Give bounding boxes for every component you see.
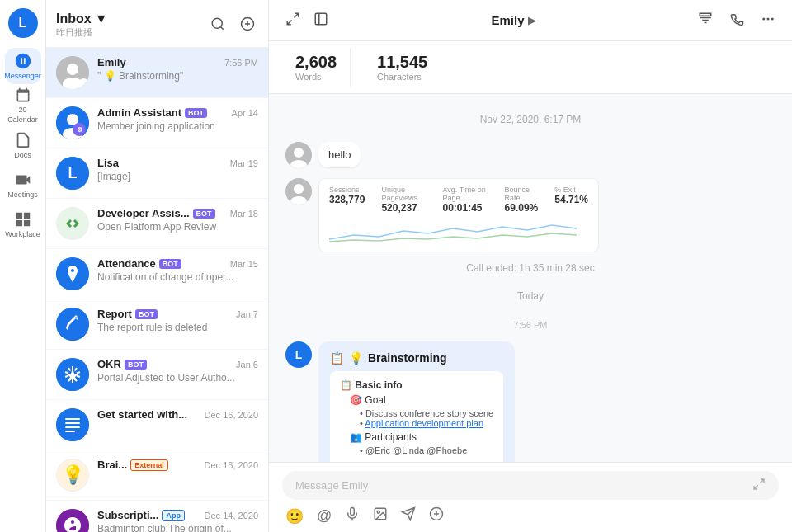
conv-item-attendance[interactable]: Attendance BOT Mar 15 Notification of ch… [46,249,268,299]
conv-item-subscriptions[interactable]: Subscripti... App Dec 14, 2020 Badminton… [46,501,268,532]
get-started-time: Dec 16, 2020 [205,410,258,420]
chat-header: Emily ▶ [269,0,792,41]
sidebar-item-docs[interactable]: Docs [5,127,41,163]
more-options-button[interactable] [757,8,779,32]
message-analytics: Sessions 328,779 Unique Pageviews 520,23… [285,178,776,252]
chat-messages: Nov 22, 2020, 6:17 PM hello Sessions 328… [269,94,792,462]
conv-item-lisa[interactable]: L Lisa Mar 19 [Image] [46,148,268,199]
chat-header-left [282,8,332,32]
send-button[interactable] [401,506,416,525]
emily-time: 7:56 PM [224,58,258,68]
goal-item-1: • Discuss conference story scene [360,408,493,418]
search-msg-button[interactable] [695,8,716,32]
sidebar-item-messenger[interactable]: Messenger [5,48,41,84]
brainstorm-basic-info: 📋 Basic info 🎯 Goal • Discuss conference… [340,379,493,455]
metric-sessions: Sessions 328,779 [329,186,365,214]
conv-avatar-brainstorming: 💡 [56,459,89,492]
sidebar-item-calendar[interactable]: 20 Calendar [5,87,41,124]
add-button[interactable] [429,506,444,525]
svg-point-37 [294,148,304,158]
contact-dropdown-icon[interactable]: ▶ [528,15,535,26]
subscriptions-app-badge: App [162,510,185,521]
developer-name: Developer Assis... BOT [97,207,215,219]
report-time: Jan 7 [236,309,258,319]
svg-point-5 [67,64,78,75]
brainstorm-card: 📋 💡 Brainstorming 📋 Basic info 🎯 Goal • … [318,341,515,462]
conv-avatar-subscriptions [56,509,89,532]
mention-button[interactable]: @ [317,507,332,525]
conv-item-okr[interactable]: OKR BOT Jan 6 Portal Adjusted to User Au… [46,350,268,400]
stats-bar: 2,608 Words 11,545 Characters [269,41,792,94]
lisa-time: Mar 19 [230,158,258,168]
emoji-button[interactable]: 🙂 [285,507,304,525]
analytics-metrics-row: Sessions 328,779 Unique Pageviews 520,23… [329,186,588,214]
call-button[interactable] [726,8,747,32]
chat-input-area: Message Emily 🙂 @ [269,462,792,532]
conv-item-emily[interactable]: ○ Emily 7:56 PM " 💡 Brainstorming" [46,48,268,98]
conv-content-attendance: Attendance BOT Mar 15 Notification of ch… [97,257,258,283]
conv-item-report[interactable]: Report BOT Jan 7 The report rule is dele… [46,299,268,350]
brainstorming-time: Dec 16, 2020 [205,460,258,470]
inbox-subtitle: 昨日推播 [56,26,108,39]
subscriptions-preview: Badminton club:The origin of... [97,523,238,532]
app-dev-link[interactable]: Application development plan [365,418,483,428]
conv-item-brainstorming[interactable]: 💡 Brai... External Dec 16, 2020 [46,450,268,501]
conv-content-get-started: Get started with... Dec 16, 2020 [97,408,258,421]
sidebar-item-workplace[interactable]: Workplace [5,206,41,242]
message-placeholder: Message Emily [295,479,368,492]
meetings-label: Meetings [7,191,38,199]
chat-header-right [695,8,779,32]
svg-rect-32 [700,13,711,16]
stat-characters-label: Characters [377,72,422,82]
chat-input-box[interactable]: Message Emily [282,471,779,500]
search-button[interactable] [207,13,229,37]
analytics-card: Sessions 328,779 Unique Pageviews 520,23… [318,178,599,252]
inbox-panel: Inbox ▼ 昨日推播 ○ Emily 7:56 PM [46,0,269,532]
call-ended: Call ended: 1h 35 min 28 sec [285,262,776,274]
conv-avatar-attendance [56,257,89,290]
developer-preview: Open Platform App Review [97,221,238,233]
chat-toolbar: 🙂 @ [282,506,779,525]
stat-characters-value: 11,545 [377,53,427,72]
emily-preview: " 💡 Brainstorming" [97,70,238,82]
conv-content-report: Report BOT Jan 7 The report rule is dele… [97,308,258,333]
image-button[interactable] [373,506,388,525]
voice-button[interactable] [345,506,360,525]
compose-button[interactable] [237,13,258,37]
stat-words-label: Words [295,72,322,82]
layout-icon[interactable] [310,8,332,32]
conv-item-developer[interactable]: Developer Assis... BOT Mar 18 Open Platf… [46,199,268,249]
conv-avatar-lisa: L [56,157,89,190]
svg-rect-30 [315,13,327,25]
brainstorming-name: Brai... External [97,459,168,471]
subscriptions-name: Subscripti... App [97,509,185,521]
inbox-header: Inbox ▼ 昨日推播 [46,0,268,48]
admin-preview: Member joining application [97,120,238,132]
inbox-dropdown-icon[interactable]: ▼ [95,12,108,26]
conv-item-get-started[interactable]: Get started with... Dec 16, 2020 [46,400,268,450]
svg-text:⚙: ⚙ [77,126,82,134]
conv-content-emily: Emily 7:56 PM " 💡 Brainstorming" [97,56,258,82]
svg-rect-14 [58,209,87,238]
subscriptions-time: Dec 14, 2020 [205,511,258,520]
svg-point-19 [56,408,89,441]
svg-rect-21 [65,422,80,424]
conv-avatar-get-started [56,408,89,441]
workplace-label: Workplace [5,230,40,238]
metric-avgtime: Avg. Time on Page 00:01:45 [443,186,488,214]
sidebar-nav: L Messenger 20 Calendar Docs Meetings Wo… [0,0,46,532]
expand-input-button[interactable] [752,478,766,493]
sidebar-item-meetings[interactable]: Meetings [5,167,41,203]
expand-icon[interactable] [282,8,304,32]
conv-content-lisa: Lisa Mar 19 [Image] [97,157,258,182]
okr-bot-badge: BOT [125,360,147,370]
metric-bounce: Bounce Rate 69.09% [505,186,539,214]
svg-rect-23 [65,431,75,432]
brainstorming-external-badge: External [130,459,168,471]
okr-time: Jan 6 [236,360,258,370]
emily-status-badge: ○ [78,78,89,89]
conv-content-subscriptions: Subscripti... App Dec 14, 2020 Badminton… [97,509,258,532]
svg-rect-20 [65,418,80,420]
messenger-label: Messenger [4,72,41,80]
conv-item-admin[interactable]: ⚙ Admin Assistant BOT Apr 14 Member join… [46,98,268,148]
